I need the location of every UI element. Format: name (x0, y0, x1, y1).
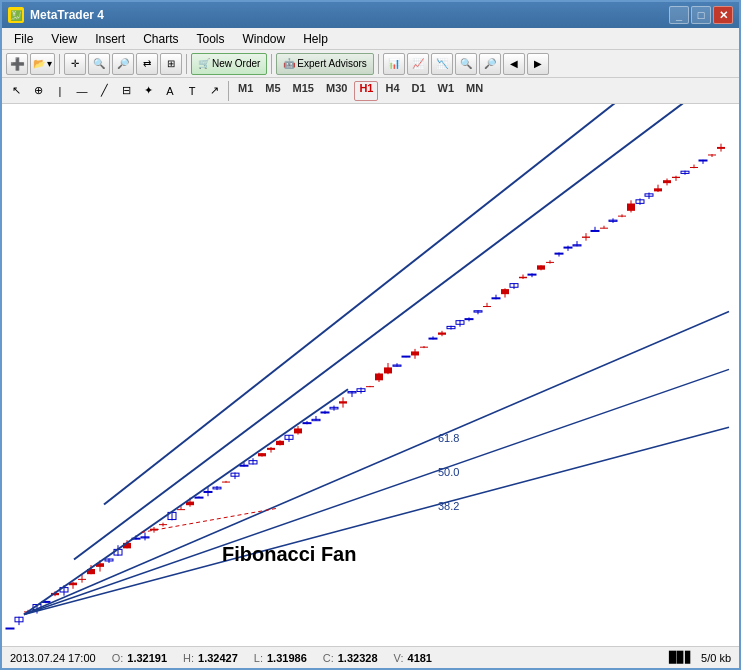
arrow-tool[interactable]: ↗ (204, 81, 224, 101)
channel-tool[interactable]: ⊟ (116, 81, 136, 101)
separator-2 (186, 54, 187, 74)
timeframe-m15[interactable]: M15 (288, 81, 319, 101)
menu-insert[interactable]: Insert (87, 30, 133, 48)
title-bar: 💹 MetaTrader 4 _ □ ✕ (2, 2, 739, 28)
period-sep-button[interactable]: ⊞ (160, 53, 182, 75)
status-volume: V: 4181 (394, 652, 432, 664)
scroll-button[interactable]: ⇄ (136, 53, 158, 75)
zoom-in-button[interactable]: 🔍 (88, 53, 110, 75)
chart-canvas (2, 104, 739, 646)
scroll-right-button[interactable]: ▶ (527, 53, 549, 75)
timeframe-w1[interactable]: W1 (433, 81, 460, 101)
expert-icon: 🤖 (283, 58, 295, 69)
app-icon: 💹 (8, 7, 24, 23)
expert-advisors-button[interactable]: 🤖 Expert Advisors (276, 53, 373, 75)
vertical-line-tool[interactable]: | (50, 81, 70, 101)
main-window: 💹 MetaTrader 4 _ □ ✕ File View Insert Ch… (0, 0, 741, 670)
minimize-button[interactable]: _ (669, 6, 689, 24)
history-button[interactable]: 📊 (383, 53, 405, 75)
timeframe-h4[interactable]: H4 (380, 81, 404, 101)
trendline-tool[interactable]: ╱ (94, 81, 114, 101)
crosshair-button[interactable]: ✛ (64, 53, 86, 75)
status-datetime: 2013.07.24 17:00 (10, 652, 96, 664)
new-order-button[interactable]: 🛒 New Order (191, 53, 267, 75)
chart-type-button[interactable]: 📈 (407, 53, 429, 75)
menu-view[interactable]: View (43, 30, 85, 48)
fibonacci-label: Fibonacci Fan (222, 543, 356, 566)
order-icon: 🛒 (198, 58, 210, 69)
menu-charts[interactable]: Charts (135, 30, 186, 48)
status-high: H: 1.32427 (183, 652, 238, 664)
open-button[interactable]: 📂▾ (30, 53, 55, 75)
main-toolbar: ➕ 📂▾ ✛ 🔍 🔎 ⇄ ⊞ 🛒 New Order 🤖 Expert Advi… (2, 50, 739, 78)
status-bars-icon: ▉▊▋ (669, 651, 693, 664)
separator-4 (378, 54, 379, 74)
menu-help[interactable]: Help (295, 30, 336, 48)
timeframe-m30[interactable]: M30 (321, 81, 352, 101)
horizontal-line-tool[interactable]: — (72, 81, 92, 101)
timeframe-m5[interactable]: M5 (260, 81, 285, 101)
window-controls: _ □ ✕ (669, 6, 733, 24)
menu-bar: File View Insert Charts Tools Window Hel… (2, 28, 739, 50)
text-tool[interactable]: A (160, 81, 180, 101)
status-bar: 2013.07.24 17:00 O: 1.32191 H: 1.32427 L… (2, 646, 739, 668)
timeframe-h1[interactable]: H1 (354, 81, 378, 101)
timeframe-mn[interactable]: MN (461, 81, 488, 101)
zoom-out-button[interactable]: 🔎 (112, 53, 134, 75)
chart-area[interactable]: Fibonacci Fan (2, 104, 739, 646)
label-tool[interactable]: T (182, 81, 202, 101)
status-open: O: 1.32191 (112, 652, 167, 664)
separator-1 (59, 54, 60, 74)
status-low: L: 1.31986 (254, 652, 307, 664)
timeframe-m1[interactable]: M1 (233, 81, 258, 101)
menu-window[interactable]: Window (235, 30, 294, 48)
tools-toolbar: ↖ ⊕ | — ╱ ⊟ ✦ A T ↗ M1 M5 M15 M30 H1 H4 … (2, 78, 739, 104)
status-close: C: 1.32328 (323, 652, 378, 664)
cursor-tool[interactable]: ↖ (6, 81, 26, 101)
gann-tool[interactable]: ✦ (138, 81, 158, 101)
close-button[interactable]: ✕ (713, 6, 733, 24)
zoom-plus-button[interactable]: 🔍 (455, 53, 477, 75)
timeframe-d1[interactable]: D1 (407, 81, 431, 101)
zoom-minus-button[interactable]: 🔎 (479, 53, 501, 75)
maximize-button[interactable]: □ (691, 6, 711, 24)
menu-file[interactable]: File (6, 30, 41, 48)
menu-tools[interactable]: Tools (189, 30, 233, 48)
crosshair-tool[interactable]: ⊕ (28, 81, 48, 101)
separator-3 (271, 54, 272, 74)
separator-tools (228, 81, 229, 101)
status-right-section: ▉▊▋ 5/0 kb (669, 651, 731, 664)
status-size: 5/0 kb (701, 652, 731, 664)
scroll-left-button[interactable]: ◀ (503, 53, 525, 75)
new-chart-button[interactable]: ➕ (6, 53, 28, 75)
indicator-button[interactable]: 📉 (431, 53, 453, 75)
window-title: MetaTrader 4 (30, 8, 104, 22)
